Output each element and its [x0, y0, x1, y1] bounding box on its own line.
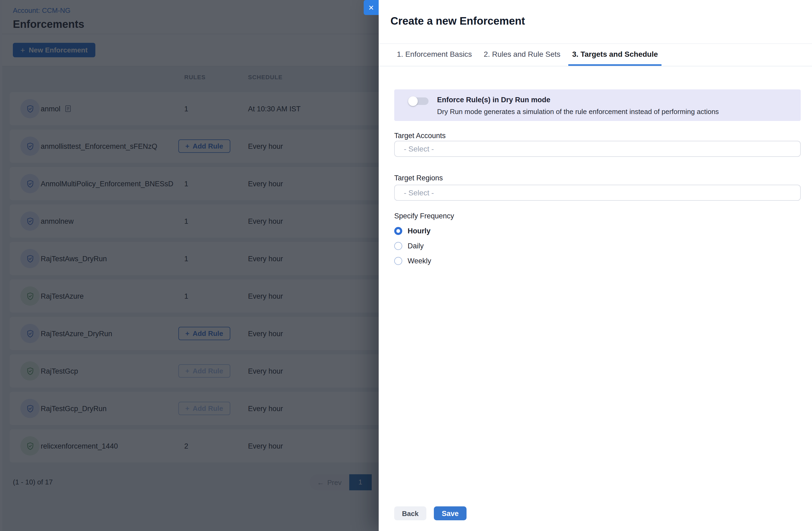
radio-unselected-icon: [394, 257, 402, 265]
dry-run-banner: Enforce Rule(s) in Dry Run mode Dry Run …: [394, 89, 801, 121]
toggle-knob: [408, 97, 418, 106]
close-icon: ✕: [368, 3, 374, 12]
save-button[interactable]: Save: [434, 506, 466, 520]
target-accounts-select[interactable]: - Select -: [394, 141, 801, 157]
dry-run-description: Dry Run mode generates a simulation of t…: [437, 107, 719, 116]
panel-title: Create a new Enforcement: [390, 15, 812, 27]
frequency-option-daily[interactable]: Daily: [394, 241, 801, 250]
radio-selected-icon: [394, 227, 402, 235]
frequency-option-hourly[interactable]: Hourly: [394, 226, 801, 235]
wizard-tabs: 1. Enforcement Basics 2. Rules and Rule …: [379, 44, 812, 67]
target-accounts-label: Target Accounts: [394, 132, 801, 140]
dry-run-title: Enforce Rule(s) in Dry Run mode: [437, 96, 719, 104]
tab-rules-and-rule-sets[interactable]: 2. Rules and Rule Sets: [480, 44, 564, 66]
panel-footer: Back Save: [394, 506, 466, 520]
close-panel-button[interactable]: ✕: [364, 0, 379, 15]
create-enforcement-panel: Create a new Enforcement 1. Enforcement …: [379, 0, 812, 531]
target-regions-placeholder: - Select -: [404, 188, 434, 197]
tab-targets-and-schedule[interactable]: 3. Targets and Schedule: [568, 44, 662, 66]
radio-unselected-icon: [394, 242, 402, 250]
tab-enforcement-basics[interactable]: 1. Enforcement Basics: [393, 44, 476, 66]
target-accounts-placeholder: - Select -: [404, 145, 434, 153]
dry-run-toggle[interactable]: [408, 98, 429, 105]
frequency-option-weekly[interactable]: Weekly: [394, 256, 801, 265]
target-regions-label: Target Regions: [394, 174, 801, 182]
screen: Account: CCM-NG Enforcements + New Enfor…: [0, 0, 812, 531]
panel-header: Create a new Enforcement: [379, 0, 812, 44]
specify-frequency-label: Specify Frequency: [394, 212, 801, 220]
panel-body: Enforce Rule(s) in Dry Run mode Dry Run …: [379, 89, 812, 265]
target-regions-select[interactable]: - Select -: [394, 185, 801, 201]
back-button[interactable]: Back: [394, 506, 426, 520]
